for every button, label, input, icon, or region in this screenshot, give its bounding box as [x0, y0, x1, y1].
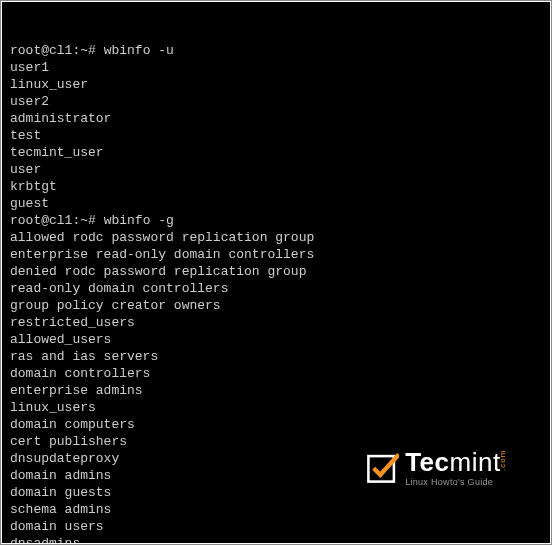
output-line: restricted_users: [10, 314, 542, 331]
logo-prefix: Tec: [405, 449, 449, 475]
output-line: allowed_users: [10, 331, 542, 348]
output-line: group policy creator owners: [10, 297, 542, 314]
output-line: domain users: [10, 518, 542, 535]
output-line: read-only domain controllers: [10, 280, 542, 297]
logo-text-block: Tecmint .com Linux Howto's Guide: [405, 449, 528, 487]
logo-suffix: mint: [450, 449, 501, 475]
output-line: denied rodc password replication group: [10, 263, 542, 280]
output-line: domain computers: [10, 416, 542, 433]
output-line: linux_user: [10, 76, 542, 93]
output-line: user2: [10, 93, 542, 110]
output-line: test: [10, 127, 542, 144]
checkbox-icon: [365, 451, 399, 485]
logo-com: .com: [499, 450, 507, 471]
output-line: enterprise admins: [10, 382, 542, 399]
tecmint-logo: Tecmint .com Linux Howto's Guide: [365, 449, 528, 487]
terminal-window[interactable]: root@cl1:~# wbinfo -uuser1linux_useruser…: [2, 2, 550, 543]
output-line: linux_users: [10, 399, 542, 416]
output-line: user1: [10, 59, 542, 76]
output-line: schema admins: [10, 501, 542, 518]
logo-tagline: Linux Howto's Guide: [405, 478, 528, 487]
output-line: enterprise read-only domain controllers: [10, 246, 542, 263]
output-line: tecmint_user: [10, 144, 542, 161]
output-line: krbtgt: [10, 178, 542, 195]
output-line: allowed rodc password replication group: [10, 229, 542, 246]
output-line: ras and ias servers: [10, 348, 542, 365]
svg-rect-0: [369, 456, 395, 482]
command-line: root@cl1:~# wbinfo -g: [10, 212, 542, 229]
command-line: root@cl1:~# wbinfo -u: [10, 42, 542, 59]
output-line: dnsadmins: [10, 535, 542, 543]
output-line: domain controllers: [10, 365, 542, 382]
output-line: administrator: [10, 110, 542, 127]
logo-brand: Tecmint .com: [405, 449, 528, 475]
output-line: user: [10, 161, 542, 178]
output-line: guest: [10, 195, 542, 212]
